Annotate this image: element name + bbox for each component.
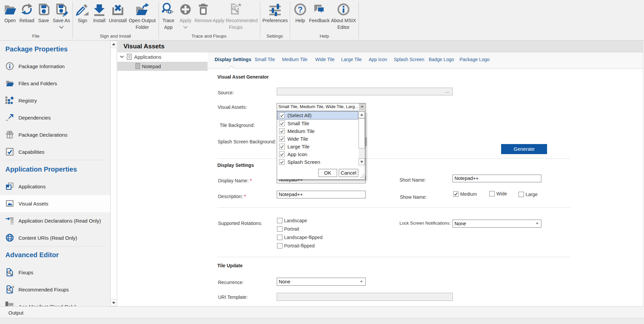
svg-text:?: ?: [298, 5, 303, 14]
